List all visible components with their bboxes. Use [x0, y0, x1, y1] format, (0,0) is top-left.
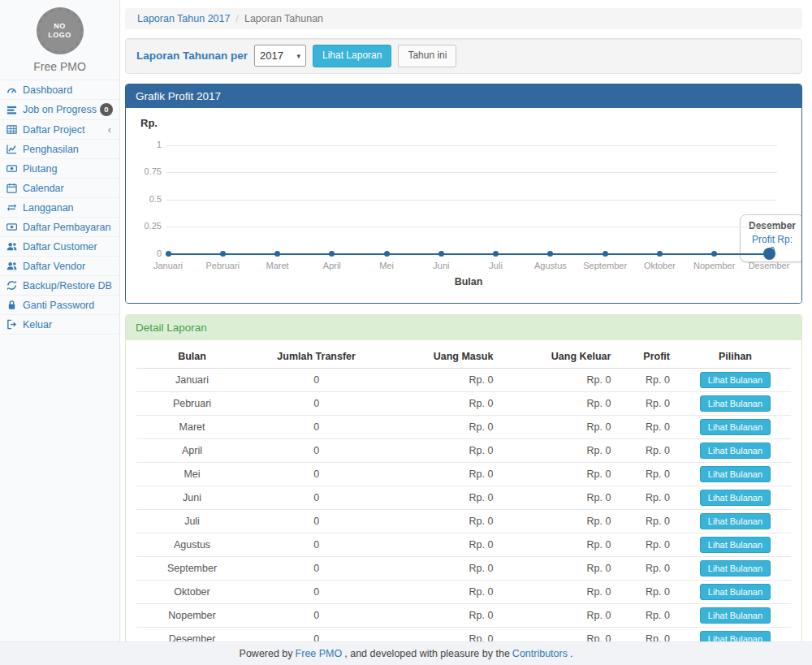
lihat-bulanan-button[interactable]: Lihat Bulanan [700, 513, 771, 529]
profit-series-line [168, 253, 769, 255]
cell-bulan: Agustus [136, 533, 248, 556]
data-point-september[interactable] [603, 251, 608, 257]
sidebar-item-keluar[interactable]: Keluar [0, 315, 119, 335]
cell-uang_keluar: Rp. 0 [503, 391, 620, 415]
footer-text-prefix: Powered by [240, 648, 293, 659]
data-point-juli[interactable] [493, 251, 499, 257]
money-icon [6, 163, 19, 174]
breadcrumb-separator: / [235, 13, 238, 24]
footer-brand-link[interactable]: Free PMO [296, 648, 343, 659]
exchange-icon [6, 202, 19, 213]
cell-uang_masuk: Rp. 0 [385, 509, 503, 533]
content-area: Laporan Tahun 2017 / Laporan Tahunan Lap… [120, 0, 812, 641]
sidebar-item-calendar[interactable]: Calendar [0, 179, 119, 198]
lihat-bulanan-button[interactable]: Lihat Bulanan [700, 584, 771, 600]
cell-pilihan: Lihat Bulanan [680, 391, 791, 415]
lihat-bulanan-button[interactable]: Lihat Bulanan [700, 537, 771, 553]
sidebar-item-label: Backup/Restore DB [23, 280, 113, 291]
cell-bulan: Desember [136, 627, 248, 641]
x-tick-label: Desember [741, 261, 797, 270]
cell-jumlah_transfer: 0 [248, 415, 385, 438]
main-layout: NO LOGO Free PMO DashboardJob on Progres… [0, 0, 812, 641]
cell-uang_keluar: Rp. 0 [503, 415, 620, 438]
lihat-bulanan-button[interactable]: Lihat Bulanan [700, 631, 771, 641]
cell-jumlah_transfer: 0 [248, 368, 385, 391]
gridline [166, 145, 777, 146]
sidebar-item-penghasilan[interactable]: Penghasilan [0, 140, 119, 159]
x-tick-label: Januari [140, 261, 197, 270]
cell-profit: Rp. 0 [620, 462, 680, 486]
sidebar-item-label: Calendar [23, 183, 113, 194]
data-point-nopember[interactable] [711, 251, 717, 257]
lihat-bulanan-button[interactable]: Lihat Bulanan [700, 419, 771, 435]
sidebar-item-ganti-password[interactable]: Ganti Password [0, 296, 119, 315]
data-point-juni[interactable] [438, 251, 444, 257]
view-report-button[interactable]: Lihat Laporan [313, 45, 391, 67]
sidebar-item-label: Penghasilan [23, 144, 113, 155]
lihat-bulanan-button[interactable]: Lihat Bulanan [700, 395, 771, 412]
table-row-april: April0Rp. 0Rp. 0Rp. 0Lihat Bulanan [136, 438, 791, 462]
table-row-mei: Mei0Rp. 0Rp. 0Rp. 0Lihat Bulanan [136, 462, 791, 486]
detail-report-table: BulanJumlah TransferUang MasukUang Kelua… [136, 345, 791, 641]
cell-profit: Rp. 0 [620, 509, 680, 533]
sidebar-item-langganan[interactable]: Langganan [0, 198, 119, 218]
column-header-uang-masuk: Uang Masuk [385, 345, 503, 369]
sidebar-item-daftar-customer[interactable]: Daftar Customer [0, 237, 119, 257]
sidebar-item-backup-restore-db[interactable]: Backup/Restore DB [0, 276, 119, 296]
data-point-mei[interactable] [384, 251, 390, 257]
lihat-bulanan-button[interactable]: Lihat Bulanan [700, 490, 771, 506]
footer: Powered by Free PMO , and developed with… [0, 641, 812, 665]
table-row-juni: Juni0Rp. 0Rp. 0Rp. 0Lihat Bulanan [136, 486, 791, 509]
cell-jumlah_transfer: 0 [248, 509, 385, 533]
lihat-bulanan-button[interactable]: Lihat Bulanan [700, 466, 771, 482]
gridline [166, 200, 777, 201]
cell-uang_masuk: Rp. 0 [385, 486, 503, 509]
logo: NO LOGO [37, 7, 84, 54]
cell-jumlah_transfer: 0 [248, 580, 385, 603]
sidebar-item-daftar-vendor[interactable]: Daftar Vendor [0, 257, 119, 276]
cell-jumlah_transfer: 0 [248, 627, 385, 641]
footer-text-middle: , and developed with pleasure by the [344, 648, 510, 659]
data-point-april[interactable] [329, 251, 335, 257]
cell-uang_masuk: Rp. 0 [385, 415, 503, 438]
breadcrumb-link[interactable]: Laporan Tahun 2017 [137, 13, 230, 24]
cell-profit: Rp. 0 [620, 533, 680, 556]
sidebar-item-daftar-project[interactable]: Daftar Project‹ [0, 120, 119, 140]
data-point-januari[interactable] [166, 251, 171, 257]
table-row-agustus: Agustus0Rp. 0Rp. 0Rp. 0Lihat Bulanan [136, 533, 791, 556]
lihat-bulanan-button[interactable]: Lihat Bulanan [700, 443, 771, 459]
logo-text-line1: NO [54, 22, 66, 31]
column-header-jumlah-transfer: Jumlah Transfer [248, 345, 385, 369]
cell-pilihan: Lihat Bulanan [680, 556, 791, 580]
data-point-agustus[interactable] [547, 251, 553, 257]
cell-bulan: Mei [136, 462, 248, 486]
lihat-bulanan-button[interactable]: Lihat Bulanan [700, 607, 771, 624]
users-icon [6, 261, 19, 271]
gridline [166, 172, 777, 173]
cell-profit: Rp. 0 [620, 438, 680, 462]
data-point-desember[interactable] [763, 248, 775, 260]
sidebar-item-daftar-pembayaran[interactable]: Daftar Pembayaran [0, 218, 119, 237]
column-header-profit: Profit [620, 345, 680, 369]
footer-contributors-link[interactable]: Contributors [512, 648, 568, 659]
data-point-maret[interactable] [274, 251, 280, 257]
sidebar-item-job-on-progress[interactable]: Job on Progress0 [0, 100, 119, 120]
cell-uang_masuk: Rp. 0 [385, 462, 503, 486]
sidebar-item-piutang[interactable]: Piutang [0, 159, 119, 179]
year-select[interactable]: 2017 ▾ [254, 45, 306, 67]
tooltip-title: Desember [749, 220, 796, 231]
sidebar-item-label: Daftar Customer [23, 241, 113, 253]
chevron-down-icon: ▾ [296, 52, 300, 60]
cell-pilihan: Lihat Bulanan [680, 438, 791, 462]
x-tick-label: Juni [412, 261, 469, 270]
sidebar-item-dashboard[interactable]: Dashboard [0, 80, 119, 100]
this-year-button[interactable]: Tahun ini [398, 45, 456, 67]
lihat-bulanan-button[interactable]: Lihat Bulanan [700, 560, 771, 576]
cell-uang_masuk: Rp. 0 [385, 438, 503, 462]
cell-profit: Rp. 0 [620, 368, 680, 391]
data-point-oktober[interactable] [657, 251, 663, 257]
data-point-pebruari[interactable] [220, 251, 226, 257]
lihat-bulanan-button[interactable]: Lihat Bulanan [700, 372, 771, 388]
dashboard-icon [6, 84, 19, 95]
cell-uang_keluar: Rp. 0 [503, 438, 620, 462]
